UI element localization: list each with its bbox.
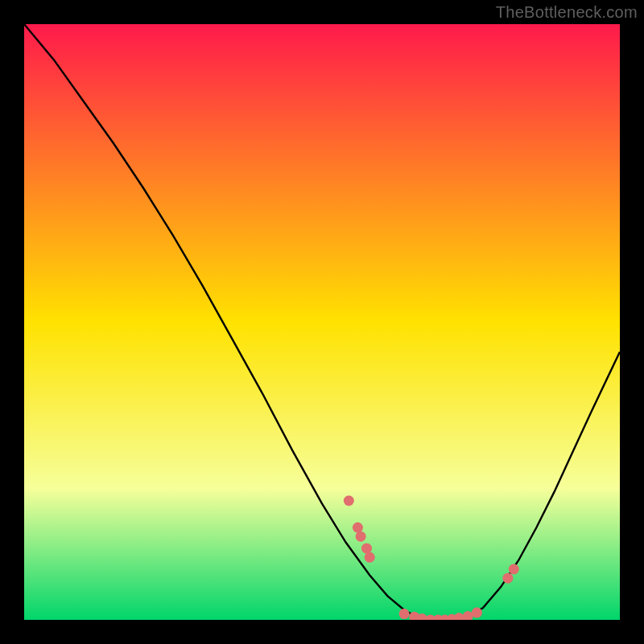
- marker-dot: [356, 531, 366, 542]
- chart-svg: [24, 24, 620, 620]
- chart-frame: [24, 24, 620, 620]
- marker-dot: [509, 564, 519, 575]
- brand-watermark: TheBottleneck.com: [496, 3, 638, 22]
- marker-dot: [353, 522, 363, 533]
- marker-dot: [399, 609, 410, 619]
- marker-dot: [344, 496, 354, 506]
- heat-gradient: [24, 24, 620, 620]
- marker-dot: [502, 573, 513, 584]
- marker-dot: [365, 552, 375, 563]
- marker-dot: [472, 608, 482, 618]
- marker-dot: [361, 543, 372, 554]
